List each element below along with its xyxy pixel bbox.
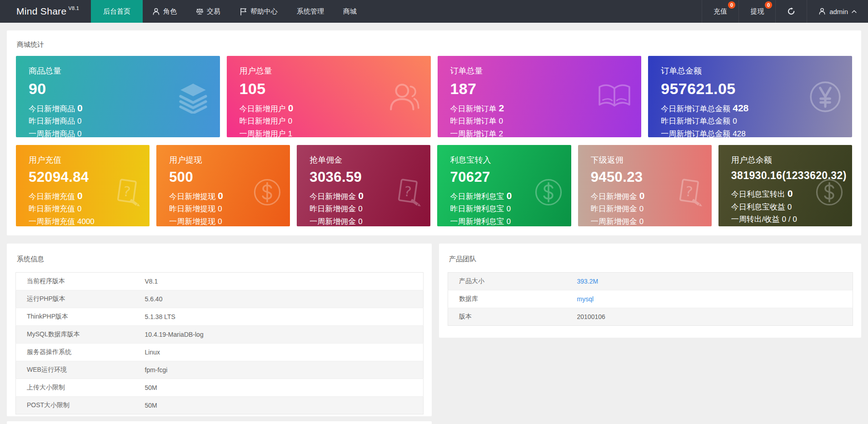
stat-card-goods-total: 商品总量 90 今日新增商品0 昨日新增商品0 一周新增商品0 bbox=[16, 56, 220, 137]
section-title-product-team: 产品团队 bbox=[448, 255, 853, 263]
nav-item-roles[interactable]: 角色 bbox=[143, 0, 186, 23]
stat-line-label: 一周新增提现 bbox=[169, 217, 215, 226]
stat-line-value: 0 bbox=[733, 117, 737, 125]
username: admin bbox=[829, 8, 848, 15]
stat-line-label: 今日新增佣金 bbox=[591, 192, 637, 201]
nav-item-dashboard[interactable]: 后台首页 bbox=[91, 0, 143, 23]
person-icon bbox=[152, 8, 160, 15]
table-row: WEB运行环境fpm-fcgi bbox=[16, 361, 424, 379]
row-value: 20100106 bbox=[577, 308, 853, 326]
stat-line-value: 0 bbox=[77, 190, 83, 201]
stat-line-label: 今日利息宝收益 bbox=[731, 203, 785, 211]
person-icon bbox=[818, 8, 826, 15]
nav-item-label: 帮助中心 bbox=[250, 7, 278, 16]
stat-line-label: 一周新增用户 bbox=[239, 130, 286, 137]
stat-line: 一周新增充值4000 bbox=[29, 215, 150, 226]
row-label: 产品大小 bbox=[448, 273, 577, 290]
withdraw-button[interactable]: 提现 0 bbox=[738, 0, 775, 23]
row-label: ThinkPHP版本 bbox=[16, 308, 145, 326]
nav-item-help-center[interactable]: 帮助中心 bbox=[230, 0, 287, 23]
product-team-panel: 产品团队 产品大小393.2M 数据库mysql 版本20100106 bbox=[439, 244, 861, 338]
stat-line: 一周新增用户1 bbox=[239, 128, 431, 137]
stat-line-label: 一周新增利息宝 bbox=[450, 217, 504, 226]
stats-row-1: 商品总量 90 今日新增商品0 昨日新增商品0 一周新增商品0 用户总量 105… bbox=[16, 56, 852, 137]
stat-line-label: 今日新增订单 bbox=[450, 105, 497, 113]
stat-line-label: 今日新增佣金 bbox=[309, 192, 356, 201]
section-title-mall-stats: 商城统计 bbox=[16, 40, 852, 49]
stat-line-label: 昨日新增佣金 bbox=[309, 205, 356, 213]
stat-card-grab-commission: 抢单佣金 3036.59 今日新增佣金0 昨日新增佣金0 一周新增佣金0 bbox=[297, 145, 430, 226]
stat-line-label: 昨日新增充值 bbox=[29, 205, 75, 213]
layers-icon bbox=[176, 80, 210, 114]
recharge-button[interactable]: 充值 0 bbox=[702, 0, 738, 23]
nav-item-mall[interactable]: 商城 bbox=[334, 0, 366, 23]
row-value: V8.1 bbox=[145, 273, 424, 290]
navbar-actions: 充值 0 提现 0 admin bbox=[702, 0, 868, 23]
scales-icon bbox=[196, 8, 204, 15]
stat-line-value: 428 bbox=[733, 103, 748, 113]
nav-item-trade[interactable]: 交易 bbox=[186, 0, 230, 23]
row-label: 服务器操作系统 bbox=[16, 344, 145, 361]
stat-line-label: 昨日新增利息宝 bbox=[450, 205, 504, 213]
stat-line: 昨日新增商品0 bbox=[29, 115, 220, 128]
stat-line-value: 0 bbox=[506, 217, 510, 226]
stat-line: 一周新增订单2 bbox=[450, 128, 642, 137]
user-menu[interactable]: admin bbox=[807, 0, 868, 23]
refresh-button[interactable] bbox=[775, 0, 807, 23]
stat-card-interest-in: 利息宝转入 70627 今日新增利息宝0 昨日新增利息宝0 一周新增利息宝0 bbox=[437, 145, 571, 226]
stat-line: 一周转出/收益0 / 0 bbox=[731, 213, 852, 226]
users-icon bbox=[387, 80, 421, 114]
mall-stats-panel: 商城统计 商品总量 90 今日新增商品0 昨日新增商品0 一周新增商品0 用户总… bbox=[7, 30, 861, 235]
row-label: WEB运行环境 bbox=[16, 361, 145, 379]
row-value: 5.6.40 bbox=[145, 290, 424, 308]
stat-line-value: 0 bbox=[218, 217, 222, 226]
nav-item-system-manage[interactable]: 系统管理 bbox=[287, 0, 334, 23]
stat-line-label: 一周新增佣金 bbox=[591, 217, 637, 226]
stat-line-label: 今日新增订单总金额 bbox=[661, 105, 730, 113]
stat-line-value: 0 bbox=[506, 205, 510, 213]
row-label: 版本 bbox=[448, 308, 577, 326]
withdraw-label: 提现 bbox=[750, 7, 764, 16]
top-navbar: Mind Share V8.1 后台首页 角色 交易 帮助中心 系统管理 商城 … bbox=[0, 0, 868, 23]
stats-row-2: 用户充值 52094.84 今日新增充值0 昨日新增充值0 一周新增充值4000… bbox=[16, 145, 852, 226]
recharge-badge: 0 bbox=[728, 1, 735, 9]
stat-line-value: 0 bbox=[77, 205, 81, 213]
product-team-table: 产品大小393.2M 数据库mysql 版本20100106 bbox=[448, 272, 853, 326]
stat-line-value: 0 bbox=[288, 117, 292, 125]
app-logo[interactable]: Mind Share V8.1 bbox=[0, 0, 91, 23]
stat-line-label: 昨日新增订单 bbox=[450, 117, 497, 125]
row-value: 50M bbox=[145, 397, 424, 414]
stat-line-value: 0 / 0 bbox=[782, 215, 797, 224]
stat-line-value: 0 bbox=[639, 217, 644, 226]
nav-item-label: 后台首页 bbox=[103, 7, 130, 16]
stat-line-value: 0 bbox=[77, 130, 81, 137]
stat-title: 订单总量 bbox=[450, 65, 642, 76]
stat-line-label: 一周新增商品 bbox=[29, 130, 75, 137]
stat-title: 用户总量 bbox=[239, 65, 431, 76]
stat-title: 利息宝转入 bbox=[450, 155, 571, 165]
doc-question-icon bbox=[112, 178, 141, 207]
stat-line-value: 0 bbox=[639, 205, 644, 213]
stat-line-value: 4000 bbox=[77, 217, 95, 226]
row-value: fpm-fcgi bbox=[145, 361, 424, 379]
stat-line: 一周新增提现0 bbox=[169, 215, 290, 226]
stat-line-label: 今日新增充值 bbox=[29, 192, 75, 201]
stat-line-label: 昨日新增提现 bbox=[169, 205, 215, 213]
stat-card-user-balance: 用户总余额 381930.16(1233620.32) 今日利息宝转出0 今日利… bbox=[718, 145, 852, 226]
stat-line-value: 0 bbox=[218, 190, 223, 201]
stat-line-label: 昨日新增佣金 bbox=[591, 205, 637, 213]
stat-line-label: 昨日新增商品 bbox=[29, 117, 75, 125]
stat-line-value: 0 bbox=[77, 103, 83, 113]
stat-line-label: 昨日新增订单总金额 bbox=[661, 117, 730, 125]
table-row: 当前程序版本V8.1 bbox=[16, 273, 424, 290]
table-row: POST大小限制50M bbox=[16, 397, 424, 414]
stat-title: 用户总余额 bbox=[731, 155, 852, 165]
stat-line-label: 一周新增订单 bbox=[450, 130, 497, 137]
stat-line-value: 0 bbox=[358, 190, 364, 201]
row-value: Linux bbox=[145, 344, 424, 361]
stat-line-label: 一周新增订单总金额 bbox=[661, 130, 730, 137]
product-size-link[interactable]: 393.2M bbox=[577, 273, 853, 290]
system-info-table: 当前程序版本V8.1 运行PHP版本5.6.40 ThinkPHP版本5.1.3… bbox=[15, 272, 424, 414]
stat-line-label: 今日新增提现 bbox=[169, 192, 215, 201]
database-link[interactable]: mysql bbox=[577, 290, 853, 308]
